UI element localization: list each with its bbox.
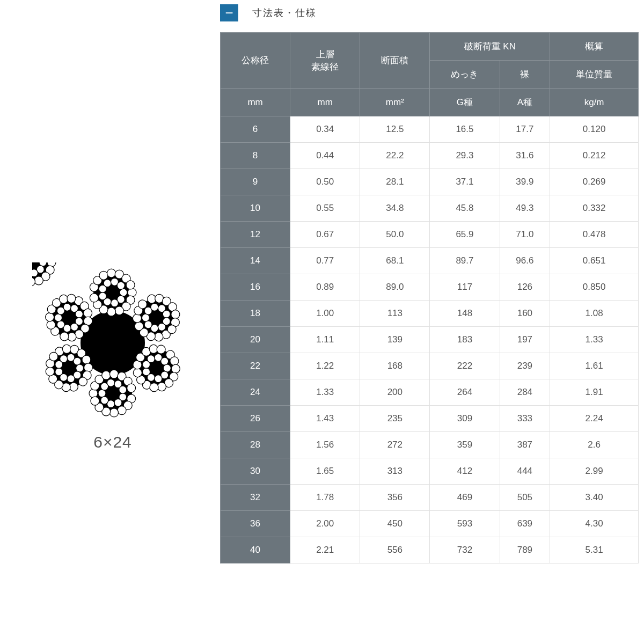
cell-nominal-dia: 36 <box>221 511 290 537</box>
cell-breaking-bare: 284 <box>500 379 550 406</box>
cell-cross-section: 235 <box>360 406 430 432</box>
cell-breaking-plated: 264 <box>430 379 500 406</box>
rope-type-label: 6×24 <box>93 433 132 451</box>
cell-outer-wire-dia: 1.43 <box>290 406 360 432</box>
cell-breaking-bare: 96.6 <box>500 248 550 274</box>
cell-nominal-dia: 12 <box>221 222 290 248</box>
section-title: 寸法表・仕様 <box>252 6 317 19</box>
cell-breaking-bare: 387 <box>500 432 550 458</box>
unit-nominal-dia: mm <box>221 89 290 116</box>
cell-breaking-plated: 16.5 <box>430 116 500 143</box>
cell-outer-wire-dia: 2.21 <box>290 537 360 564</box>
cell-cross-section: 113 <box>360 301 430 327</box>
cell-nominal-dia: 28 <box>221 432 290 458</box>
cell-breaking-plated: 732 <box>430 537 500 564</box>
table-row: 60.3412.516.517.70.120 <box>221 116 639 143</box>
cell-unit-mass: 0.850 <box>550 274 639 301</box>
cell-breaking-bare: 39.9 <box>500 169 550 195</box>
cell-cross-section: 139 <box>360 327 430 353</box>
table-row: 241.332002642841.91 <box>221 379 639 406</box>
unit-unit-mass: kg/m <box>550 89 639 116</box>
cell-breaking-bare: 160 <box>500 301 550 327</box>
table-row: 160.8989.01171260.850 <box>221 274 639 301</box>
cell-outer-wire-dia: 0.50 <box>290 169 360 195</box>
cell-cross-section: 28.1 <box>360 169 430 195</box>
table-row: 181.001131481601.08 <box>221 301 639 327</box>
cell-breaking-plated: 309 <box>430 406 500 432</box>
cell-breaking-plated: 117 <box>430 274 500 301</box>
cell-breaking-plated: 469 <box>430 485 500 511</box>
cell-unit-mass: 1.61 <box>550 353 639 379</box>
cell-cross-section: 356 <box>360 485 430 511</box>
cell-breaking-plated: 89.7 <box>430 248 500 274</box>
cell-breaking-bare: 639 <box>500 511 550 537</box>
cell-unit-mass: 0.120 <box>550 116 639 143</box>
col-unit-mass: 単位質量 <box>550 61 639 89</box>
cell-unit-mass: 2.99 <box>550 458 639 485</box>
cell-outer-wire-dia: 1.33 <box>290 379 360 406</box>
cell-nominal-dia: 40 <box>221 537 290 564</box>
cell-breaking-bare: 197 <box>500 327 550 353</box>
section-header: − 寸法表・仕様 <box>220 4 639 21</box>
cell-outer-wire-dia: 2.00 <box>290 511 360 537</box>
cell-unit-mass: 0.478 <box>550 222 639 248</box>
table-row: 90.5028.137.139.90.269 <box>221 169 639 195</box>
table-row: 301.653134124442.99 <box>221 458 639 485</box>
cell-outer-wire-dia: 0.67 <box>290 222 360 248</box>
cell-cross-section: 313 <box>360 458 430 485</box>
cell-breaking-bare: 333 <box>500 406 550 432</box>
col-outer-wire-dia: 上層 素線径 <box>290 33 360 89</box>
cell-cross-section: 12.5 <box>360 116 430 143</box>
cell-unit-mass: 2.6 <box>550 432 639 458</box>
table-row: 140.7768.189.796.60.651 <box>221 248 639 274</box>
cell-cross-section: 22.2 <box>360 143 430 169</box>
cell-cross-section: 68.1 <box>360 248 430 274</box>
table-row: 321.783564695053.40 <box>221 485 639 511</box>
collapse-toggle-button[interactable]: − <box>220 4 238 21</box>
cell-nominal-dia: 9 <box>221 169 290 195</box>
spec-table: 公称径 上層 素線径 断面積 破断荷重 KN 概算 めっき 裸 単位質量 mm … <box>220 32 639 564</box>
cell-cross-section: 50.0 <box>360 222 430 248</box>
cell-breaking-bare: 49.3 <box>500 195 550 222</box>
col-breaking-plated: めっき <box>430 61 500 89</box>
cell-breaking-plated: 183 <box>430 327 500 353</box>
svg-point-3 <box>32 269 38 277</box>
cell-unit-mass: 0.269 <box>550 169 639 195</box>
cell-breaking-bare: 789 <box>500 537 550 564</box>
cell-breaking-plated: 29.3 <box>430 143 500 169</box>
cell-nominal-dia: 8 <box>221 143 290 169</box>
cell-breaking-bare: 31.6 <box>500 143 550 169</box>
cell-outer-wire-dia: 0.55 <box>290 195 360 222</box>
table-row: 80.4422.229.331.60.212 <box>221 143 639 169</box>
cell-outer-wire-dia: 0.89 <box>290 274 360 301</box>
cell-unit-mass: 5.31 <box>550 537 639 564</box>
cell-unit-mass: 0.651 <box>550 248 639 274</box>
cell-outer-wire-dia: 0.34 <box>290 116 360 143</box>
cell-nominal-dia: 22 <box>221 353 290 379</box>
cell-breaking-plated: 222 <box>430 353 500 379</box>
cell-outer-wire-dia: 0.44 <box>290 143 360 169</box>
cell-breaking-bare: 444 <box>500 458 550 485</box>
cell-breaking-bare: 239 <box>500 353 550 379</box>
cell-outer-wire-dia: 1.78 <box>290 485 360 511</box>
cell-nominal-dia: 16 <box>221 274 290 301</box>
table-row: 362.004505936394.30 <box>221 511 639 537</box>
cell-cross-section: 34.8 <box>360 195 430 222</box>
cell-breaking-plated: 359 <box>430 432 500 458</box>
cell-cross-section: 168 <box>360 353 430 379</box>
cell-nominal-dia: 20 <box>221 327 290 353</box>
cell-nominal-dia: 32 <box>221 485 290 511</box>
table-row: 100.5534.845.849.30.332 <box>221 195 639 222</box>
cell-breaking-plated: 412 <box>430 458 500 485</box>
cell-nominal-dia: 14 <box>221 248 290 274</box>
cell-unit-mass: 4.30 <box>550 511 639 537</box>
table-row: 402.215567327895.31 <box>221 537 639 564</box>
cell-cross-section: 89.0 <box>360 274 430 301</box>
unit-outer-wire-dia: mm <box>290 89 360 116</box>
wire-rope-cross-section-icon <box>32 262 193 423</box>
col-cross-section: 断面積 <box>360 33 430 89</box>
cell-breaking-bare: 126 <box>500 274 550 301</box>
col-breaking-bare: 裸 <box>500 61 550 89</box>
cell-unit-mass: 1.08 <box>550 301 639 327</box>
cell-nominal-dia: 26 <box>221 406 290 432</box>
